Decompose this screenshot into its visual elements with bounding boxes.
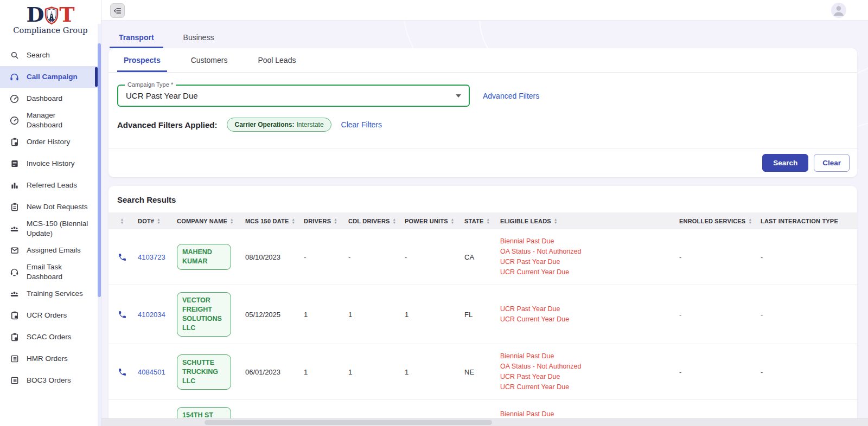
horizontal-scrollbar-track[interactable] [101, 418, 868, 426]
sort-icon: ▲▼ [334, 218, 337, 224]
search-icon [9, 50, 20, 61]
filter-chip-carrier-operations[interactable]: Carrier Operations: Interstate [227, 118, 331, 132]
brand-subtitle: Compliance Group [3, 26, 98, 35]
column-label: CDL DRIVERS [348, 218, 390, 224]
sidebar-item-search[interactable]: Search [0, 44, 101, 66]
tab-customers[interactable]: Customers [184, 48, 234, 72]
user-avatar[interactable] [831, 3, 846, 18]
tab-prospects[interactable]: Prospects [117, 48, 167, 72]
table-row: 4084501 SCHUTTE TRUCKING LLC 06/01/2023 … [108, 344, 857, 400]
topbar [101, 0, 868, 21]
dot-number-link[interactable]: 4103723 [138, 253, 165, 261]
table-row: 4102034 VECTOR FREIGHT SOLUTIONS LLC 05/… [108, 285, 857, 344]
enrolled-services-cell: - [677, 311, 758, 319]
horizontal-scrollbar-thumb[interactable] [205, 420, 492, 425]
sidebar-item-dashboard[interactable]: Dashboard [0, 88, 101, 109]
clipboard-clock-icon [9, 311, 20, 321]
call-phone-icon[interactable] [118, 310, 127, 319]
sidebar-item-invoice-history[interactable]: Invoice History [0, 153, 101, 175]
sort-icon: ▲▼ [451, 218, 455, 224]
search-results-title: Search Results [108, 186, 857, 212]
primary-tabs: Transport Business [110, 21, 857, 48]
mcs150-date-cell: 06/01/2023 [243, 368, 302, 376]
people-icon [9, 289, 20, 299]
tab-transport[interactable]: Transport [110, 30, 163, 48]
eligible-lead: UCR Past Year Due [500, 372, 675, 382]
sidebar-item-assigned-emails[interactable]: Assigned Emails [0, 240, 101, 261]
column-header-eligible-leads[interactable]: ELIGIBLE LEADS▲▼ [498, 218, 677, 224]
power-units-cell: 1 [403, 368, 462, 376]
last-interaction-cell: - [758, 253, 857, 261]
sidebar-collapse-button[interactable] [110, 3, 125, 18]
sidebar-item-mcs150[interactable]: MCS-150 (Biennial Update) [0, 218, 101, 240]
sidebar-item-label: MCS-150 (Biennial Update) [27, 219, 93, 238]
sidebar-item-hmr-orders[interactable]: HMR Orders [0, 348, 101, 370]
column-label: ELIGIBLE LEADS [500, 218, 551, 224]
column-header-drivers[interactable]: DRIVERS▲▼ [302, 218, 346, 224]
clipboard-clock-icon [9, 332, 20, 343]
sidebar-item-call-campaign[interactable]: Call Campaign [0, 66, 101, 88]
sidebar-item-email-task-dashboard[interactable]: Email Task Dashboard [0, 261, 101, 283]
column-header-power-units[interactable]: POWER UNITS▲▼ [403, 218, 462, 224]
applied-filters-row: Advanced Filters Applied: Carrier Operat… [117, 118, 848, 132]
advanced-filters-link[interactable]: Advanced Filters [483, 92, 539, 100]
column-header-state[interactable]: STATE▲▼ [462, 218, 498, 224]
power-units-cell: 1 [403, 311, 462, 319]
cdl-drivers-cell: 1 [346, 311, 403, 319]
sidebar-item-new-dot-requests[interactable]: New Dot Requests [0, 196, 101, 218]
eligible-lead: UCR Current Year Due [500, 314, 675, 325]
dot-shield-icon [44, 7, 59, 25]
sidebar-item-label: Manager Dashboard [27, 111, 93, 130]
sidebar-item-manager-dashboard[interactable]: Manager Dashboard [0, 109, 101, 131]
clear-button[interactable]: Clear [814, 154, 850, 172]
filter-card: Prospects Customers Pool Leads Campaign … [108, 48, 857, 177]
logo-letter-t: T [59, 4, 74, 25]
company-name-badge[interactable]: MAHEND KUMAR [177, 244, 231, 270]
power-units-cell: - [403, 253, 462, 261]
column-header-company-name[interactable]: COMPANY NAME▲▼ [175, 218, 243, 224]
company-name-badge[interactable]: SCHUTTE TRUCKING LLC [177, 354, 231, 390]
tab-pool-leads[interactable]: Pool Leads [251, 48, 302, 72]
sidebar-item-scac-orders[interactable]: SCAC Orders [0, 326, 101, 348]
column-header-cdl-drivers[interactable]: CDL DRIVERS▲▼ [346, 218, 403, 224]
sidebar-item-boc3-orders[interactable]: BOC3 Orders [0, 370, 101, 391]
sidebar-item-label: HMR Orders [27, 354, 93, 364]
column-label: DOT# [138, 218, 154, 224]
column-header-enrolled-services[interactable]: ENROLLED SERVICES▲▼ [677, 218, 758, 224]
sidebar-item-ucr-orders[interactable]: UCR Orders [0, 305, 101, 326]
campaign-type-select[interactable]: Campaign Type * UCR Past Year Due [117, 85, 470, 107]
eligible-lead: UCR Past Year Due [500, 257, 675, 267]
call-phone-icon[interactable] [118, 367, 127, 377]
sidebar-item-order-history[interactable]: Order History [0, 131, 101, 153]
tab-business[interactable]: Business [174, 30, 224, 48]
last-interaction-cell: - [758, 311, 857, 319]
column-header-mcs150-date[interactable]: MCS 150 DATE▲▼ [243, 218, 302, 224]
sidebar-item-label: Call Campaign [27, 72, 93, 82]
sidebar-item-label: Referred Leads [27, 180, 93, 190]
sidebar-item-training-services[interactable]: Training Services [0, 283, 101, 305]
company-name-badge[interactable]: VECTOR FREIGHT SOLUTIONS LLC [177, 292, 231, 337]
state-cell: CA [462, 253, 498, 261]
applied-filters-label: Advanced Filters Applied: [117, 120, 217, 130]
secondary-tabs: Prospects Customers Pool Leads [108, 48, 857, 73]
sidebar-item-label: Dashboard [27, 94, 93, 104]
call-phone-icon[interactable] [118, 253, 127, 262]
column-header-dot[interactable]: DOT#▲▼ [136, 218, 175, 224]
clear-filters-link[interactable]: Clear Filters [341, 120, 382, 129]
mcs150-date-cell: 08/10/2023 [243, 253, 302, 261]
sort-icon: ▲▼ [393, 218, 397, 224]
column-label: MCS 150 DATE [245, 218, 289, 224]
speedometer-icon [9, 94, 20, 104]
column-label: STATE [464, 218, 483, 224]
cdl-drivers-cell: 1 [346, 368, 403, 376]
sidebar-scrollbar-thumb[interactable] [98, 43, 101, 297]
dot-number-link[interactable]: 4084501 [138, 368, 165, 376]
search-button[interactable]: Search [762, 154, 808, 172]
dot-number-link[interactable]: 4102034 [138, 311, 165, 319]
filter-chip-key: Carrier Operations: [234, 121, 294, 128]
column-header-select[interactable]: ▲▼ [108, 218, 136, 224]
sidebar-item-referred-leads[interactable]: Referred Leads [0, 175, 101, 196]
headset-icon [9, 72, 20, 82]
eligible-leads-cell: Biennial Past Due OA Status - Not Author… [498, 351, 677, 392]
column-header-last-interaction-type[interactable]: LAST INTERACTION TYPE [758, 218, 857, 224]
